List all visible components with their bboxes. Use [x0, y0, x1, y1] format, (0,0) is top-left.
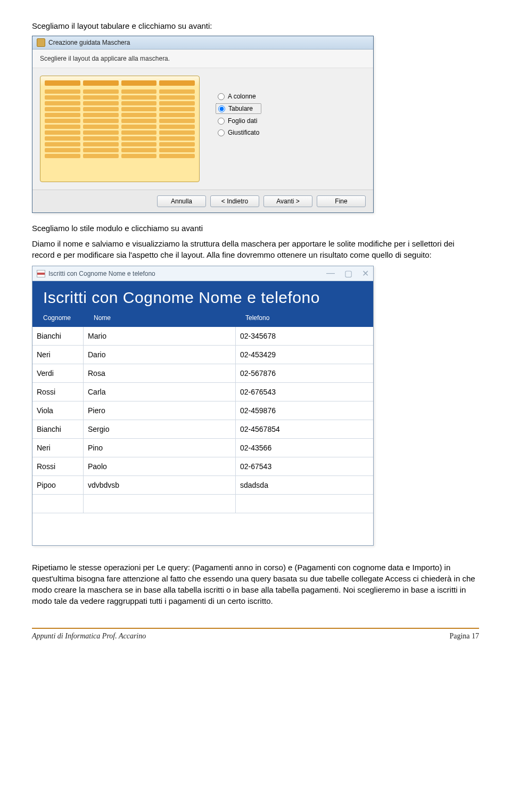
cell-nome[interactable]: Piero	[84, 401, 236, 420]
form-column-headers: Cognome Nome Telefono	[43, 314, 362, 322]
cell-cognome[interactable]: Rossi	[32, 383, 84, 401]
table-row[interactable]: NeriDario02-453429	[32, 346, 373, 364]
cell-telefono[interactable]: 02-459876	[236, 401, 373, 420]
cell-nome[interactable]: Sergio	[84, 420, 236, 438]
cell-cognome[interactable]: Neri	[32, 439, 84, 457]
mid-text-2: Diamo il nome e salviamo e visualizziamo…	[32, 238, 479, 260]
form-header: Iscritti con Cognome Nome e telefono Cog…	[32, 281, 373, 327]
cell-nome[interactable]: Paolo	[84, 457, 236, 475]
form-window: Iscritti con Cognome Nome e telefono — ▢…	[32, 266, 374, 546]
radio-label: Foglio dati	[228, 117, 257, 125]
form-icon	[37, 270, 45, 277]
maximize-icon[interactable]: ▢	[344, 268, 352, 278]
mid-text-1: Scegliamo lo stile modulo e clicchiamo s…	[32, 223, 479, 234]
cell-nome[interactable]: Rosa	[84, 364, 236, 382]
cell-cognome[interactable]: Rossi	[32, 457, 84, 475]
cell-telefono[interactable]	[236, 495, 373, 513]
table-row[interactable]: RossiPaolo02-67543	[32, 457, 373, 476]
cell-telefono[interactable]: 02-453429	[236, 346, 373, 364]
table-row[interactable]: BianchiSergio02-4567854	[32, 420, 373, 439]
radio-foglio-dati[interactable]: Foglio dati	[216, 116, 261, 126]
table-row[interactable]: RossiCarla02-676543	[32, 383, 373, 401]
layout-options: A colonne Tabulare Foglio dati Giustific…	[216, 76, 261, 182]
wizard-instruction: Scegliere il layout da applicare alla ma…	[32, 50, 373, 68]
radio-label: Tabulare	[228, 105, 253, 112]
table-row[interactable]: Pipoovdvbdvsbsdadsda	[32, 476, 373, 495]
cell-cognome[interactable]: Neri	[32, 346, 84, 364]
cell-nome[interactable]: Mario	[84, 327, 236, 345]
cell-nome[interactable]: vdvbdvsb	[84, 476, 236, 494]
cell-cognome[interactable]: Viola	[32, 401, 84, 420]
cell-telefono[interactable]: 02-67543	[236, 457, 373, 475]
cell-cognome[interactable]: Verdi	[32, 364, 84, 382]
cell-nome[interactable]: Dario	[84, 346, 236, 364]
cell-cognome[interactable]: Pipoo	[32, 476, 84, 494]
intro-text-1: Scegliamo il layout tabulare e clicchiam…	[32, 20, 479, 31]
cell-telefono[interactable]: 02-567876	[236, 364, 373, 382]
table-row[interactable]: ViolaPiero02-459876	[32, 401, 373, 420]
table-row[interactable]: VerdiRosa02-567876	[32, 364, 373, 383]
table-row[interactable]: NeriPino02-43566	[32, 439, 373, 457]
cell-nome[interactable]	[84, 495, 236, 513]
wizard-dialog: Creazione guidata Maschera Scegliere il …	[32, 36, 374, 213]
table-row-new[interactable]	[32, 495, 373, 513]
indietro-button[interactable]: < Indietro	[210, 195, 259, 207]
cell-telefono[interactable]: 02-676543	[236, 383, 373, 401]
minimize-icon[interactable]: —	[326, 268, 335, 278]
radio-giustificato[interactable]: Giustificato	[216, 128, 261, 137]
form-title: Iscritti con Cognome Nome e telefono	[43, 289, 362, 307]
header-nome: Nome	[94, 314, 245, 322]
radio-a-colonne[interactable]: A colonne	[216, 92, 261, 101]
wizard-titlebar: Creazione guidata Maschera	[32, 36, 373, 50]
radio-label: Giustificato	[228, 129, 259, 136]
header-telefono: Telefono	[245, 314, 362, 322]
header-cognome: Cognome	[43, 314, 94, 322]
wizard-title: Creazione guidata Maschera	[48, 39, 130, 46]
cell-cognome[interactable]: Bianchi	[32, 420, 84, 438]
cell-cognome[interactable]	[32, 495, 84, 513]
final-text: Ripetiamo le stesse operazioni per Le qu…	[32, 562, 479, 606]
footer-left: Appunti di Informatica Prof. Accarino	[32, 632, 146, 641]
close-icon[interactable]: ✕	[362, 268, 369, 278]
cell-nome[interactable]: Pino	[84, 439, 236, 457]
layout-preview	[40, 76, 200, 182]
page-footer: Appunti di Informatica Prof. Accarino Pa…	[32, 628, 479, 651]
radio-label: A colonne	[228, 93, 256, 100]
annulla-button[interactable]: Annulla	[157, 195, 206, 207]
radio-tabulare[interactable]: Tabulare	[216, 103, 261, 114]
table-row[interactable]: BianchiMario02-345678	[32, 327, 373, 346]
cell-telefono[interactable]: 02-4567854	[236, 420, 373, 438]
cell-telefono[interactable]: 02-345678	[236, 327, 373, 345]
form-tab-label: Iscritti con Cognome Nome e telefono	[48, 270, 155, 277]
form-wizard-icon	[37, 38, 45, 47]
cell-telefono[interactable]: sdadsda	[236, 476, 373, 494]
form-body: BianchiMario02-345678NeriDario02-453429V…	[32, 327, 373, 513]
form-tabbar: Iscritti con Cognome Nome e telefono — ▢…	[32, 266, 373, 281]
avanti-button[interactable]: Avanti >	[263, 195, 312, 207]
cell-nome[interactable]: Carla	[84, 383, 236, 401]
footer-right: Pagina 17	[449, 632, 479, 641]
cell-cognome[interactable]: Bianchi	[32, 327, 84, 345]
cell-telefono[interactable]: 02-43566	[236, 439, 373, 457]
fine-button[interactable]: Fine	[317, 195, 366, 207]
